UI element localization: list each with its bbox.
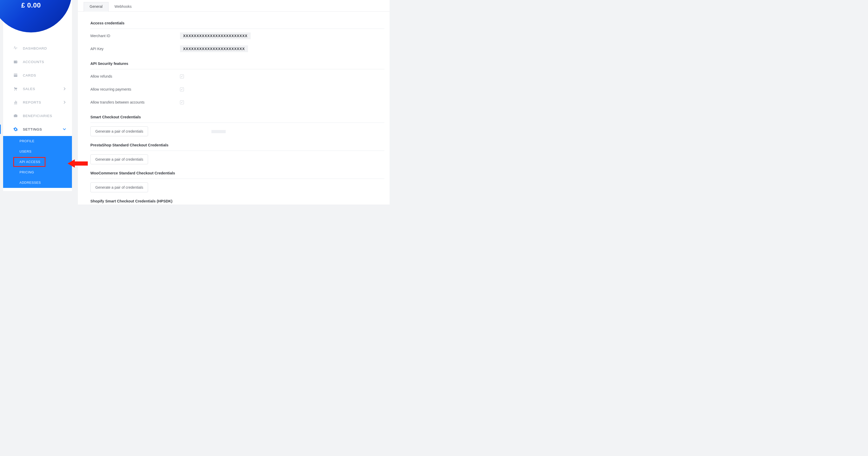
sidebar-item-cards[interactable]: CARDS — [3, 68, 72, 82]
value-api-key: XXXXXXXXXXXXXXXXXXXXXXX — [180, 45, 248, 52]
subnav-item-label: PRICING — [20, 170, 34, 174]
briefcase-icon — [13, 113, 18, 118]
sidebar-item-reports[interactable]: REPORTS — [3, 96, 72, 109]
section-title-access-credentials: Access credentials — [90, 14, 384, 29]
row-api-key: API Key XXXXXXXXXXXXXXXXXXXXXXX — [90, 42, 384, 55]
checkbox-allow-recurring[interactable]: ✓ — [180, 88, 184, 91]
subnav-item-addresses[interactable]: ADDRESSES — [3, 177, 72, 188]
checkbox-allow-transfers[interactable]: ✓ — [180, 100, 184, 104]
wallet-icon — [13, 59, 18, 64]
sidebar-item-label: DASHBOARD — [23, 46, 47, 51]
row-allow-recurring: Allow recurring payments ✓ — [90, 82, 384, 95]
subnav-item-api-access[interactable]: API ACCESS — [13, 157, 46, 167]
settings-subnav: PROFILE USERS API ACCESS PRICING ADDRESS… — [3, 136, 72, 188]
subnav-item-label: USERS — [20, 150, 31, 153]
button-label: Generate a pair of credentials — [95, 185, 143, 190]
row-allow-refunds: Allow refunds ✓ — [90, 69, 384, 82]
main-panel: General Webhooks Access credentials Merc… — [78, 0, 390, 204]
sidebar-item-label: SETTINGS — [23, 127, 42, 131]
content-area: Access credentials Merchant ID XXXXXXXXX… — [78, 12, 390, 204]
card-icon — [13, 73, 18, 78]
chevron-right-icon — [63, 87, 66, 91]
balance-amount: £ 0.00 — [21, 1, 41, 9]
generate-credentials-button-prestashop[interactable]: Generate a pair of credentials — [90, 155, 148, 164]
section-title-api-security: API Security features — [90, 55, 384, 69]
subnav-item-profile[interactable]: PROFILE — [3, 136, 72, 146]
tab-label: Webhooks — [115, 4, 132, 8]
sidebar-item-label: BENEFICIARIES — [23, 114, 52, 118]
tab-general[interactable]: General — [84, 2, 108, 12]
tab-label: General — [90, 4, 102, 8]
button-label: Generate a pair of credentials — [95, 157, 143, 161]
subnav-item-label: API ACCESS — [20, 160, 40, 164]
subnav-item-label: ADDRESSES — [20, 181, 41, 185]
activity-icon — [13, 46, 18, 51]
section-title-prestashop: PrestaShop Standard Checkout Credentials — [90, 136, 384, 151]
button-label: Generate a pair of credentials — [95, 129, 143, 133]
chart-icon — [13, 100, 18, 105]
label-allow-transfers: Allow transfers between accounts — [90, 100, 180, 104]
svg-marker-0 — [67, 159, 88, 168]
value-merchant-id: XXXXXXXXXXXXXXXXXXXXXXXX — [180, 32, 251, 39]
annotation-arrow-icon — [67, 158, 88, 169]
sidebar-item-accounts[interactable]: ACCOUNTS — [3, 55, 72, 68]
sidebar-item-dashboard[interactable]: DASHBOARD — [3, 41, 72, 55]
sidebar-item-label: SALES — [23, 87, 35, 91]
row-merchant-id: Merchant ID XXXXXXXXXXXXXXXXXXXXXXXX — [90, 29, 384, 42]
gear-icon — [13, 127, 18, 132]
generate-credentials-button-smart[interactable]: Generate a pair of credentials — [90, 126, 148, 136]
chevron-down-icon — [63, 127, 66, 131]
section-title-smart-checkout: Smart Checkout Credentials — [90, 108, 384, 123]
subnav-item-label: PROFILE — [20, 139, 35, 143]
subnav-item-pricing[interactable]: PRICING — [3, 167, 72, 177]
balance-disc: £ 0.00 — [0, 0, 72, 32]
placeholder-bar — [211, 130, 226, 133]
generate-credentials-button-woocommerce[interactable]: Generate a pair of credentials — [90, 183, 148, 192]
sales-icon — [13, 86, 18, 91]
row-allow-transfers: Allow transfers between accounts ✓ — [90, 95, 384, 108]
sidebar-item-label: CARDS — [23, 73, 36, 77]
sidebar-nav: DASHBOARD ACCOUNTS CARDS SALES — [3, 41, 72, 188]
checkbox-allow-refunds[interactable]: ✓ — [180, 74, 184, 78]
subnav-item-users[interactable]: USERS — [3, 146, 72, 157]
sidebar-item-label: ACCOUNTS — [23, 60, 44, 64]
sidebar: £ 0.00 DASHBOARD ACCOUNTS CARDS SALES — [3, 0, 72, 191]
tabs: General Webhooks — [78, 0, 390, 12]
sidebar-item-settings[interactable]: SETTINGS — [3, 123, 72, 136]
label-allow-recurring: Allow recurring payments — [90, 87, 180, 91]
label-api-key: API Key — [90, 47, 180, 51]
sidebar-item-sales[interactable]: SALES — [3, 82, 72, 96]
section-title-shopify: Shopify Smart Checkout Credentials (HPSD… — [90, 192, 384, 204]
tab-webhooks[interactable]: Webhooks — [108, 2, 138, 12]
label-allow-refunds: Allow refunds — [90, 74, 180, 78]
section-title-woocommerce: WooCommerce Standard Checkout Credential… — [90, 164, 384, 179]
label-merchant-id: Merchant ID — [90, 34, 180, 38]
sidebar-item-beneficiaries[interactable]: BENEFICIARIES — [3, 109, 72, 123]
chevron-right-icon — [63, 100, 66, 104]
sidebar-item-label: REPORTS — [23, 100, 41, 104]
